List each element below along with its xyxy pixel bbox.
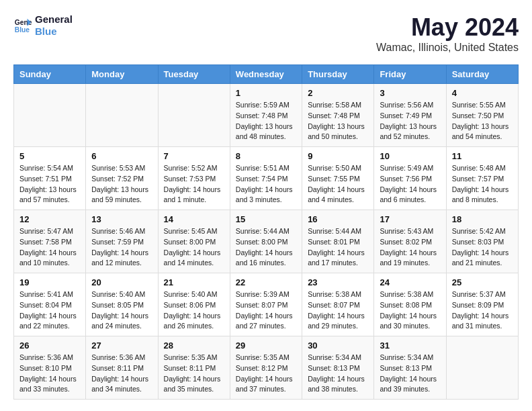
day-info: Sunrise: 5:40 AMSunset: 8:06 PMDaylight:… [164, 289, 224, 332]
day-number: 18 [452, 214, 513, 224]
calendar-week-row: 1Sunrise: 5:59 AMSunset: 7:48 PMDaylight… [14, 84, 519, 147]
column-header-friday: Friday [374, 65, 446, 84]
calendar-cell: 27Sunrise: 5:36 AMSunset: 8:11 PMDayligh… [86, 336, 158, 400]
column-header-saturday: Saturday [446, 65, 518, 84]
day-number: 9 [308, 151, 368, 161]
calendar-title: May 2024 [376, 13, 519, 42]
logo-general: General [35, 13, 73, 26]
day-info: Sunrise: 5:36 AMSunset: 8:10 PMDaylight:… [19, 353, 80, 395]
day-info: Sunrise: 5:38 AMSunset: 8:07 PMDaylight:… [308, 289, 368, 332]
calendar-cell: 9Sunrise: 5:50 AMSunset: 7:55 PMDaylight… [302, 147, 374, 210]
calendar-cell: 11Sunrise: 5:48 AMSunset: 7:57 PMDayligh… [446, 147, 518, 210]
day-info: Sunrise: 5:35 AMSunset: 8:11 PMDaylight:… [164, 353, 224, 395]
day-number: 22 [236, 277, 296, 287]
day-info: Sunrise: 5:48 AMSunset: 7:57 PMDaylight:… [452, 163, 513, 205]
day-info: Sunrise: 5:49 AMSunset: 7:56 PMDaylight:… [380, 163, 440, 205]
calendar-cell: 6Sunrise: 5:53 AMSunset: 7:52 PMDaylight… [86, 147, 158, 210]
day-info: Sunrise: 5:38 AMSunset: 8:08 PMDaylight:… [380, 289, 440, 332]
day-number: 1 [236, 88, 296, 98]
calendar-cell: 30Sunrise: 5:34 AMSunset: 8:13 PMDayligh… [302, 336, 374, 400]
day-number: 3 [380, 88, 440, 98]
calendar-cell: 19Sunrise: 5:41 AMSunset: 8:04 PMDayligh… [14, 273, 86, 336]
day-info: Sunrise: 5:55 AMSunset: 7:50 PMDaylight:… [452, 100, 513, 142]
calendar-cell: 31Sunrise: 5:34 AMSunset: 8:13 PMDayligh… [374, 336, 446, 400]
day-info: Sunrise: 5:58 AMSunset: 7:48 PMDaylight:… [308, 100, 368, 142]
day-info: Sunrise: 5:44 AMSunset: 8:00 PMDaylight:… [236, 226, 296, 269]
day-number: 20 [91, 277, 152, 287]
calendar-cell: 24Sunrise: 5:38 AMSunset: 8:08 PMDayligh… [374, 273, 446, 336]
day-info: Sunrise: 5:34 AMSunset: 8:13 PMDaylight:… [308, 353, 368, 395]
calendar-cell: 10Sunrise: 5:49 AMSunset: 7:56 PMDayligh… [374, 147, 446, 210]
calendar-header-row: SundayMondayTuesdayWednesdayThursdayFrid… [14, 65, 519, 84]
day-info: Sunrise: 5:59 AMSunset: 7:48 PMDaylight:… [236, 100, 296, 142]
calendar-table: SundayMondayTuesdayWednesdayThursdayFrid… [13, 64, 519, 400]
calendar-cell: 1Sunrise: 5:59 AMSunset: 7:48 PMDaylight… [230, 84, 302, 147]
day-number: 24 [380, 277, 440, 287]
day-number: 30 [308, 340, 368, 351]
calendar-cell: 4Sunrise: 5:55 AMSunset: 7:50 PMDaylight… [446, 84, 518, 147]
day-info: Sunrise: 5:44 AMSunset: 8:01 PMDaylight:… [308, 226, 368, 269]
calendar-cell: 21Sunrise: 5:40 AMSunset: 8:06 PMDayligh… [158, 273, 230, 336]
day-number: 11 [452, 151, 513, 161]
calendar-cell: 23Sunrise: 5:38 AMSunset: 8:07 PMDayligh… [302, 273, 374, 336]
calendar-cell [158, 84, 230, 147]
page-header: General Blue General Blue May 2024 Wamac… [13, 13, 519, 54]
day-number: 28 [164, 340, 224, 351]
day-info: Sunrise: 5:41 AMSunset: 8:04 PMDaylight:… [19, 289, 80, 332]
day-info: Sunrise: 5:46 AMSunset: 7:59 PMDaylight:… [91, 226, 152, 269]
calendar-cell: 26Sunrise: 5:36 AMSunset: 8:10 PMDayligh… [14, 336, 86, 400]
day-info: Sunrise: 5:56 AMSunset: 7:49 PMDaylight:… [380, 100, 440, 142]
day-number: 14 [164, 214, 224, 224]
day-number: 29 [236, 340, 296, 351]
calendar-cell: 28Sunrise: 5:35 AMSunset: 8:11 PMDayligh… [158, 336, 230, 400]
day-number: 23 [308, 277, 368, 287]
calendar-cell [446, 336, 518, 400]
calendar-cell: 15Sunrise: 5:44 AMSunset: 8:00 PMDayligh… [230, 210, 302, 273]
day-number: 6 [91, 151, 152, 161]
calendar-cell: 3Sunrise: 5:56 AMSunset: 7:49 PMDaylight… [374, 84, 446, 147]
day-number: 5 [19, 151, 80, 161]
day-info: Sunrise: 5:36 AMSunset: 8:11 PMDaylight:… [91, 353, 152, 395]
day-number: 12 [19, 214, 80, 224]
calendar-week-row: 12Sunrise: 5:47 AMSunset: 7:58 PMDayligh… [14, 210, 519, 273]
day-number: 7 [164, 151, 224, 161]
calendar-cell: 2Sunrise: 5:58 AMSunset: 7:48 PMDaylight… [302, 84, 374, 147]
title-area: May 2024 Wamac, Illinois, United States [376, 13, 519, 54]
calendar-cell: 5Sunrise: 5:54 AMSunset: 7:51 PMDaylight… [14, 147, 86, 210]
day-number: 19 [19, 277, 80, 287]
day-number: 8 [236, 151, 296, 161]
day-info: Sunrise: 5:43 AMSunset: 8:02 PMDaylight:… [380, 226, 440, 269]
calendar-cell: 18Sunrise: 5:42 AMSunset: 8:03 PMDayligh… [446, 210, 518, 273]
calendar-cell: 16Sunrise: 5:44 AMSunset: 8:01 PMDayligh… [302, 210, 374, 273]
day-number: 15 [236, 214, 296, 224]
logo: General Blue General Blue [13, 13, 73, 38]
day-info: Sunrise: 5:52 AMSunset: 7:53 PMDaylight:… [164, 163, 224, 205]
day-info: Sunrise: 5:39 AMSunset: 8:07 PMDaylight:… [236, 289, 296, 332]
calendar-cell: 13Sunrise: 5:46 AMSunset: 7:59 PMDayligh… [86, 210, 158, 273]
day-number: 25 [452, 277, 513, 287]
calendar-cell [14, 84, 86, 147]
svg-text:Blue: Blue [15, 26, 30, 34]
day-info: Sunrise: 5:37 AMSunset: 8:09 PMDaylight:… [452, 289, 513, 332]
day-number: 10 [380, 151, 440, 161]
calendar-cell: 29Sunrise: 5:35 AMSunset: 8:12 PMDayligh… [230, 336, 302, 400]
day-info: Sunrise: 5:50 AMSunset: 7:55 PMDaylight:… [308, 163, 368, 205]
calendar-subtitle: Wamac, Illinois, United States [376, 42, 519, 54]
day-info: Sunrise: 5:47 AMSunset: 7:58 PMDaylight:… [19, 226, 80, 269]
day-number: 17 [380, 214, 440, 224]
day-info: Sunrise: 5:35 AMSunset: 8:12 PMDaylight:… [236, 353, 296, 395]
day-number: 2 [308, 88, 368, 98]
day-number: 4 [452, 88, 513, 98]
day-info: Sunrise: 5:53 AMSunset: 7:52 PMDaylight:… [91, 163, 152, 205]
column-header-sunday: Sunday [14, 65, 86, 84]
calendar-cell [86, 84, 158, 147]
calendar-cell: 12Sunrise: 5:47 AMSunset: 7:58 PMDayligh… [14, 210, 86, 273]
day-info: Sunrise: 5:45 AMSunset: 8:00 PMDaylight:… [164, 226, 224, 269]
calendar-week-row: 26Sunrise: 5:36 AMSunset: 8:10 PMDayligh… [14, 336, 519, 400]
day-info: Sunrise: 5:42 AMSunset: 8:03 PMDaylight:… [452, 226, 513, 269]
day-number: 26 [19, 340, 80, 351]
calendar-week-row: 5Sunrise: 5:54 AMSunset: 7:51 PMDaylight… [14, 147, 519, 210]
day-number: 16 [308, 214, 368, 224]
calendar-week-row: 19Sunrise: 5:41 AMSunset: 8:04 PMDayligh… [14, 273, 519, 336]
day-number: 31 [380, 340, 440, 351]
